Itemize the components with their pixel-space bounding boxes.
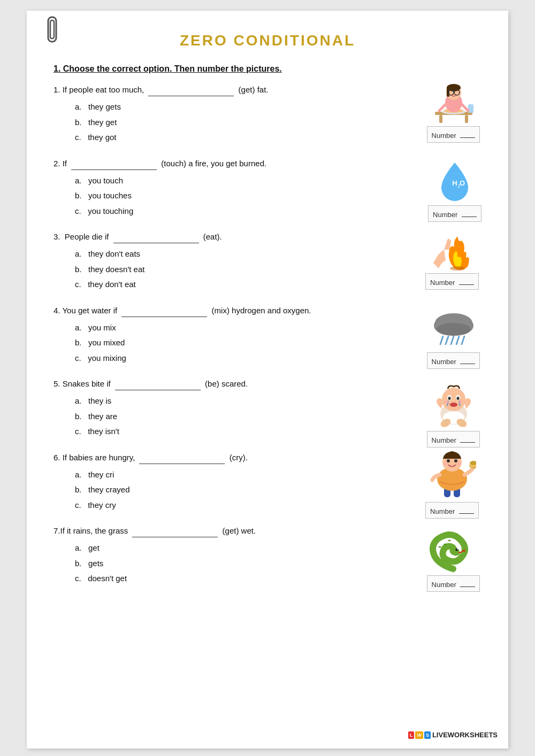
svg-point-55: [457, 549, 458, 550]
q5-option-b: b. they are: [75, 409, 412, 425]
q5-number-box: Number: [427, 431, 480, 448]
q2-image: H 2 O Number: [428, 157, 482, 222]
svg-point-38: [456, 397, 459, 400]
q2-options: a. you touch b. you touches c. you touch…: [75, 173, 412, 219]
q1-option-b: b. they get: [75, 115, 412, 130]
q6-option-c: c. they cry: [75, 498, 407, 513]
q3-image: Number: [423, 230, 482, 290]
q6-options: a. they cri b. they crayed c. they cry: [75, 467, 407, 513]
svg-line-27: [451, 336, 454, 344]
svg-point-36: [448, 397, 450, 400]
q4-options: a. you mix b. you mixed c. you mixing: [75, 320, 412, 366]
svg-point-40: [444, 400, 449, 404]
question-7: 7.If it rains, the grass (get) wet. a. g…: [54, 524, 482, 587]
q7-image: Number: [425, 524, 482, 592]
question-2: 2. If (touch) a fire, you get burned. a.…: [54, 157, 482, 219]
svg-point-24: [437, 323, 471, 336]
svg-point-54: [456, 548, 458, 551]
q4-option-c: c. you mixing: [75, 351, 412, 366]
q6-option-b: b. they crayed: [75, 482, 407, 498]
svg-line-10: [462, 104, 468, 111]
q7-option-c: c. doesn't get: [75, 571, 412, 587]
q7-text: 7.If it rains, the grass (get) wet.: [54, 524, 412, 537]
svg-point-50: [454, 459, 457, 462]
q2-option-a: a. you touch: [75, 173, 412, 189]
q4-text: 4. You get water if (mix) hydrogen and o…: [54, 304, 412, 317]
q4-image: Number: [425, 304, 482, 369]
svg-line-25: [440, 336, 443, 344]
q3-text: 3. People die if (eat).: [54, 230, 417, 243]
q5-text: 5. Snakes bite if (be) scared.: [54, 377, 412, 390]
q6-image: Number: [423, 446, 482, 519]
q1-image: Number: [425, 83, 482, 143]
questions-container: 1. If people eat too much, (get) fat. a.…: [54, 83, 482, 587]
lws-name: LIVEWORKSHEETS: [432, 731, 498, 739]
svg-line-29: [462, 336, 464, 344]
q2-number-box: Number: [428, 205, 482, 222]
q1-option-a: a. they gets: [75, 99, 412, 115]
q6-number-box: Number: [425, 502, 479, 519]
question-5: 5. Snakes bite if (be) scared. a. they i…: [54, 377, 482, 439]
q5-option-c: c. they isn't: [75, 424, 412, 439]
q5-options: a. they is b. they are c. they isn't: [75, 394, 412, 439]
q2-option-b: b. you touches: [75, 188, 412, 204]
question-4: 4. You get water if (mix) hydrogen and o…: [54, 304, 482, 366]
svg-point-34: [442, 388, 465, 411]
svg-line-28: [456, 336, 459, 344]
svg-line-9: [439, 104, 446, 111]
svg-point-20: [450, 266, 465, 271]
svg-point-51: [444, 463, 448, 466]
q4-option-a: a. you mix: [75, 320, 412, 336]
q6-text: 6. If babies are hungry, (cry).: [54, 451, 407, 464]
svg-rect-3: [439, 115, 442, 123]
svg-point-41: [458, 400, 463, 404]
q2-option-c: c. you touching: [75, 204, 412, 219]
worksheet-page: ZERO CONDITIONAL 1. Choose the correct o…: [27, 11, 508, 749]
lws-logo-boxes: L W S: [408, 731, 431, 739]
q6-option-a: a. they cri: [75, 467, 407, 483]
q5-image: Number: [425, 377, 482, 448]
page-title: ZERO CONDITIONAL: [54, 32, 482, 49]
svg-rect-4: [465, 115, 468, 123]
q2-text: 2. If (touch) a fire, you get burned.: [54, 157, 412, 170]
question-1: 1. If people eat too much, (get) fat. a.…: [54, 83, 482, 145]
q3-option-c: c. they don't eat: [75, 277, 417, 292]
q3-number-box: Number: [425, 273, 479, 290]
q1-options: a. they gets b. they get c. they got: [75, 99, 412, 145]
lws-logo: L W S LIVEWORKSHEETS: [408, 731, 498, 739]
q1-option-c: c. they got: [75, 130, 412, 145]
liveworksheets-footer: L W S LIVEWORKSHEETS: [408, 731, 498, 739]
q4-number-box: Number: [427, 352, 480, 369]
svg-point-49: [447, 459, 450, 462]
section-instruction: 1. Choose the correct option. Then numbe…: [54, 64, 482, 74]
question-6: 6. If babies are hungry, (cry). a. they …: [54, 451, 482, 513]
q7-options: a. get b. gets c. doesn't get: [75, 541, 412, 587]
q1-number-box: Number: [427, 126, 480, 143]
q5-option-a: a. they is: [75, 394, 412, 409]
question-3: 3. People die if (eat). a. they don't ea…: [54, 230, 482, 292]
q1-text: 1. If people eat too much, (get) fat.: [54, 83, 412, 96]
svg-point-52: [456, 463, 461, 466]
svg-text:H: H: [452, 179, 457, 187]
q3-option-a: a. they don't eats: [75, 246, 417, 262]
q7-option-a: a. get: [75, 541, 412, 556]
q4-option-b: b. you mixed: [75, 335, 412, 351]
svg-point-39: [450, 403, 457, 407]
svg-rect-1: [50, 20, 54, 38]
svg-line-26: [446, 336, 448, 344]
q3-options: a. they don't eats b. they doesn't eat c…: [75, 246, 417, 292]
q7-number-box: Number: [427, 575, 480, 592]
q3-option-b: b. they doesn't eat: [75, 262, 417, 277]
clip-icon: [43, 16, 62, 48]
svg-text:O: O: [460, 179, 465, 187]
q7-option-b: b. gets: [75, 556, 412, 572]
